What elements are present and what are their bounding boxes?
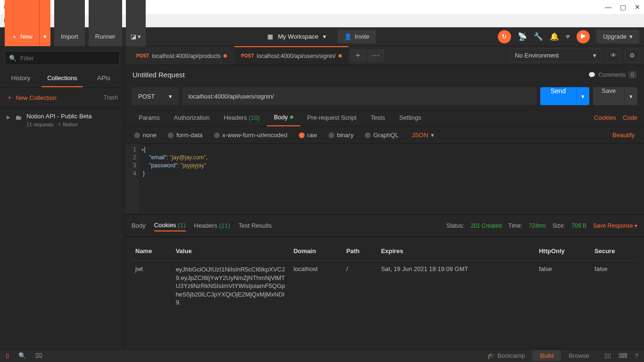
collection-owner-name: Notion [63,122,78,127]
avatar[interactable]: ⯈ [577,30,590,43]
sync-icon[interactable]: ↻ [498,30,511,43]
tab-prerequest[interactable]: Pre-request Script [300,109,364,126]
send-button[interactable]: Send [540,87,577,105]
upgrade-button[interactable]: Upgrade ▾ [596,30,639,43]
folder-icon: 🖿 [15,114,22,121]
response-header: Body Cookies (1) Headers (11) Test Resul… [125,214,644,237]
cookies-link[interactable]: Cookies [594,114,616,121]
new-collection-button[interactable]: ＋ New Collection [7,93,57,102]
window-close-icon[interactable]: ✕ [635,3,640,11]
add-tab-button[interactable]: ＋ [349,49,366,62]
heart-icon[interactable]: ♥ [566,33,570,41]
radio-binary[interactable]: binary [329,132,354,139]
collection-count: 11 requests [26,122,53,127]
method-value: POST [138,93,155,100]
tab-url: localhost:4000/api/users/signin/ [257,53,336,59]
response-tab-tests[interactable]: Test Results [239,220,272,231]
invite-button[interactable]: 👤Invite [338,30,376,43]
response-tab-body[interactable]: Body [132,220,146,231]
two-pane-icon[interactable]: ▯▯ [604,352,611,359]
environment-label: No Environment [515,52,559,59]
tab-apis[interactable]: APIs [83,70,124,87]
headers-count: (10) [249,114,260,121]
expand-caret-icon[interactable]: ▶ [7,115,10,120]
response-tab-cookies[interactable]: Cookies (1) [154,220,186,231]
workspace-name[interactable]: My Workspace [278,33,318,40]
filter-input-wrapper[interactable]: 🔍 [5,51,120,65]
tab-settings[interactable]: Settings [392,109,429,126]
cookie-path: / [343,261,378,312]
filter-input[interactable] [20,55,116,62]
body-editor[interactable]: 1234 ▾{ "email": "jay@jay.com", "passwor… [125,143,644,214]
trash-link[interactable]: Trash [104,94,118,101]
cookie-name: jwt [132,261,172,312]
wrench-icon[interactable]: 🔧 [534,32,543,41]
radio-formdata[interactable]: form-data [168,132,203,139]
sidebar-toggle-icon[interactable]: ▯ [6,352,9,359]
beautify-button[interactable]: Beautify [612,132,635,139]
method-select[interactable]: POST ▾ [132,87,179,105]
body-language-select[interactable]: JSON▾ [412,132,434,139]
tab-history[interactable]: History [0,70,41,87]
collection-owner: ⑂ Notion [58,122,78,127]
code-link[interactable]: Code [623,114,637,121]
browse-tab[interactable]: Browse [561,350,596,361]
save-dropdown-caret[interactable]: ▾ [624,87,637,105]
add-person-icon: 👤 [344,33,352,40]
cookie-secure: false [591,261,637,312]
language-label: JSON [412,132,428,139]
chevron-down-icon[interactable]: ▾ [323,33,326,40]
request-title[interactable]: Untitled Request [132,71,185,79]
comments-button[interactable]: 💬 Comments 0 [588,71,636,79]
body-type-selector: none form-data x-www-form-urlencoded raw… [125,127,644,143]
body-has-data-icon [290,115,293,119]
build-tab[interactable]: Build [532,350,561,361]
collection-item[interactable]: ▶ 🖿 Notion API - Public Beta 11 requests… [0,108,124,132]
bell-icon[interactable]: 🔔 [550,32,559,41]
tab-more-button[interactable]: ⋯ [367,49,384,62]
request-tab-active[interactable]: POST localhost:4000/api/users/signin/ [234,46,348,65]
window-minimize-icon[interactable]: — [605,3,611,11]
shortcuts-icon[interactable]: ⌨ [619,352,627,359]
new-button-label: New [20,33,33,40]
save-response-button[interactable]: Save Response ▾ [593,222,637,229]
find-icon[interactable]: 🔍 [18,352,26,359]
collection-title: Notion API - Public Beta [26,113,92,120]
tab-collections[interactable]: Collections [41,70,83,87]
satellite-icon[interactable]: 📡 [518,32,527,41]
tab-params[interactable]: Params [132,109,167,126]
bootcamp-button[interactable]: 🎓 Bootcamp [487,352,525,359]
chevron-down-icon: ▾ [431,132,434,139]
cookie-httponly: false [535,261,591,312]
invite-label: Invite [355,33,369,40]
send-button-group: Send ▾ [540,87,590,105]
settings-gear-icon[interactable]: ⚙ [625,49,639,63]
environment-select[interactable]: No Environment ▾ [510,49,602,62]
tab-tests[interactable]: Tests [363,109,392,126]
unsaved-dot-icon [223,54,227,58]
console-icon[interactable]: ⌧ [35,352,42,359]
request-title-row: Untitled Request 💬 Comments 0 [125,65,644,83]
workspace-grid-icon: ▦ [267,33,273,40]
editor-gutter: 1234 [125,144,139,214]
size-value: 709 B [572,222,586,229]
tab-authorization[interactable]: Authorization [167,109,217,126]
save-button[interactable]: Save [593,87,624,105]
tab-url: localhost:4000/api/products [152,53,221,59]
request-tab[interactable]: POST localhost:4000/api/products [130,46,233,65]
help-icon[interactable]: ? [635,352,638,359]
radio-raw[interactable]: raw [299,132,317,139]
tab-body[interactable]: Body [267,109,300,126]
window-maximize-icon[interactable]: ▢ [620,3,626,11]
url-input[interactable] [182,87,536,105]
env-preview-icon[interactable]: 👁 [606,49,620,63]
sidebar-actions: ＋ New Collection Trash [0,88,124,108]
comments-label: Comments [598,72,626,78]
radio-none[interactable]: none [134,132,157,139]
tab-headers[interactable]: Headers (10) [217,109,267,126]
chevron-down-icon: ▾ [593,52,596,59]
radio-urlencoded[interactable]: x-www-form-urlencoded [214,132,288,139]
response-tab-headers[interactable]: Headers (11) [194,220,230,231]
send-dropdown-caret[interactable]: ▾ [576,87,589,105]
radio-graphql[interactable]: GraphQL [365,132,398,139]
